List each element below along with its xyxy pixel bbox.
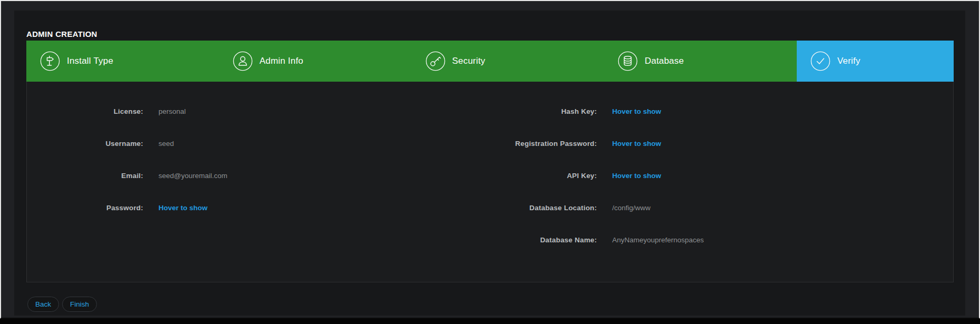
wizard-step-security[interactable]: Security — [412, 41, 605, 82]
field-value-database-location: /config/www — [612, 204, 651, 212]
check-icon — [810, 51, 830, 71]
field-value-email: seed@youremail.com — [159, 172, 227, 180]
page-title: ADMIN CREATION — [26, 30, 97, 38]
verify-row-database-name: Database Name: AnyNameyouprefernospaces — [490, 224, 954, 256]
database-icon — [618, 51, 638, 71]
verify-left-column: License: personal Username: seed Email: … — [27, 95, 490, 282]
verify-row-api-key: API Key: Hover to show — [490, 160, 954, 192]
key-icon — [425, 51, 446, 71]
verify-right-column: Hash Key: Hover to show Registration Pas… — [490, 95, 954, 282]
hover-to-show-link-registration-password[interactable]: Hover to show — [612, 140, 661, 148]
wizard-step-admin-info[interactable]: Admin Info — [219, 41, 412, 82]
verify-row-username: Username: seed — [27, 127, 490, 160]
wizard-steps: Install Type Admin Info Security Databas… — [26, 41, 954, 82]
verify-row-license: License: personal — [27, 95, 490, 127]
hover-to-show-link-password[interactable]: Hover to show — [159, 204, 207, 212]
screen: { "colors": { "step_done_bg": "#2e8c2e",… — [0, 0, 980, 324]
back-button[interactable]: Back — [27, 297, 59, 312]
verify-row-registration-password: Registration Password: Hover to show — [490, 127, 954, 160]
verify-row-password: Password: Hover to show — [27, 192, 490, 224]
signpost-icon — [40, 51, 60, 71]
verify-row-database-location: Database Location: /config/www — [490, 192, 954, 224]
wizard-step-database[interactable]: Database — [604, 41, 797, 82]
user-icon — [233, 51, 253, 71]
app-window: ADMIN CREATION Install Type Admin Info S… — [0, 0, 980, 319]
verify-row-hash-key: Hash Key: Hover to show — [490, 95, 954, 127]
field-value-username: seed — [159, 140, 174, 148]
verify-panel: License: personal Username: seed Email: … — [26, 82, 954, 282]
wizard-step-verify[interactable]: Verify — [797, 41, 954, 82]
finish-button[interactable]: Finish — [62, 297, 97, 312]
wizard-actions: Back Finish — [27, 297, 97, 312]
verify-row-email: Email: seed@youremail.com — [27, 160, 490, 192]
field-value-database-name: AnyNameyouprefernospaces — [612, 236, 704, 244]
admin-creation-card: ADMIN CREATION Install Type Admin Info S… — [14, 11, 965, 316]
bottom-edge-strip — [0, 319, 980, 324]
field-value-license: personal — [159, 107, 186, 115]
hover-to-show-link-api-key[interactable]: Hover to show — [612, 172, 661, 180]
hover-to-show-link-hash-key[interactable]: Hover to show — [612, 107, 661, 115]
wizard-step-install-type[interactable]: Install Type — [26, 41, 219, 82]
